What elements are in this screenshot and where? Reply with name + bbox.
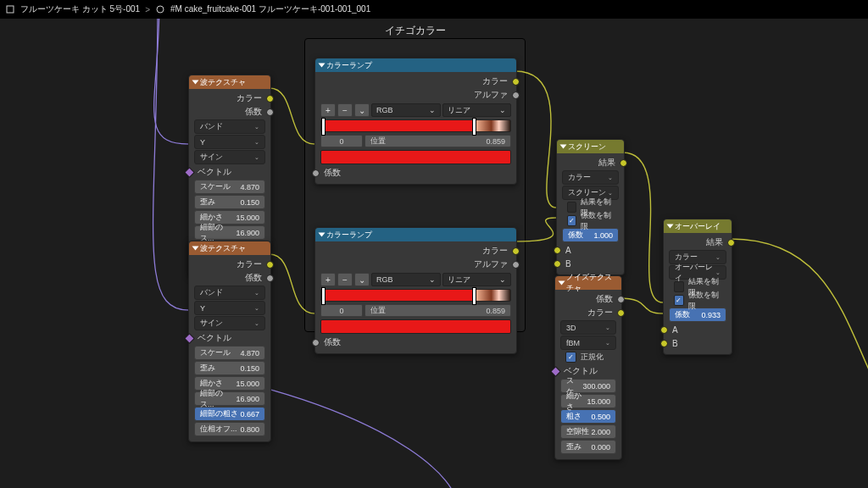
node-color-ramp-1[interactable]: カラーランプ カラー アルファ + − ⌄ RGB⌄ リニア⌄ 0: [314, 58, 517, 185]
wave-distortion[interactable]: 歪み0.150: [194, 361, 265, 375]
crumb-object[interactable]: フルーツケーキ カット 5号-001: [20, 3, 140, 15]
noise-lacunarity[interactable]: 空隙性2.000: [560, 424, 616, 439]
socket-out-color[interactable]: [617, 309, 625, 317]
wave-phase[interactable]: 位相オフ...0.800: [194, 422, 265, 436]
ramp-position[interactable]: 位置0.859: [364, 135, 511, 147]
frame-label: イチゴカラー: [385, 24, 446, 38]
ramp-remove-btn[interactable]: −: [337, 273, 353, 286]
node-mix-overlay[interactable]: オーバーレイ 結果 カラー⌄ オーバーレイ⌄ 結果を制限 ✓係数を制限 係数0.…: [663, 219, 732, 355]
mix-type-select[interactable]: カラー⌄: [562, 170, 619, 185]
collapse-icon[interactable]: [192, 247, 199, 251]
ramp-stop[interactable]: [472, 118, 476, 136]
node-noise-texture[interactable]: ノイズテクスチャ 係数 カラー 3D⌄ fBM⌄ ✓正規化 ベクトル スケ...…: [554, 275, 622, 460]
ramp-stop[interactable]: [472, 287, 476, 305]
noise-detail[interactable]: 細かさ15.000: [560, 394, 616, 408]
collapse-icon[interactable]: [667, 225, 674, 229]
node-header[interactable]: オーバーレイ: [664, 219, 732, 233]
node-color-ramp-2[interactable]: カラーランプ カラー アルファ + − ⌄ RGB⌄ リニア⌄ 0: [314, 227, 517, 354]
collapse-icon[interactable]: [319, 64, 326, 68]
wave-distortion[interactable]: 歪み0.150: [194, 195, 265, 209]
clamp-factor-check[interactable]: ✓係数を制限: [562, 214, 619, 227]
ramp-add-btn[interactable]: +: [320, 273, 336, 286]
node-header[interactable]: カラーランプ: [315, 228, 516, 241]
socket-out-factor[interactable]: [266, 108, 274, 116]
in-b-label: B: [672, 339, 678, 348]
socket-out-color[interactable]: [512, 247, 520, 255]
noise-normalize-check[interactable]: ✓正規化: [560, 351, 616, 363]
collapse-icon[interactable]: [559, 281, 565, 286]
collapse-icon[interactable]: [319, 233, 326, 237]
node-editor-canvas[interactable]: イチゴカラー 波テクスチャ カラー 係数 バンド⌄ Y⌄ サイン⌄ ベクトル ス…: [0, 0, 868, 488]
socket-out-color[interactable]: [266, 95, 274, 103]
wave-profile-select[interactable]: サイン⌄: [194, 316, 265, 330]
node-header[interactable]: スクリーン: [557, 140, 624, 153]
collapse-icon[interactable]: [192, 80, 199, 85]
ramp-remove-btn[interactable]: −: [337, 103, 353, 117]
wave-band-select[interactable]: バンド⌄: [194, 286, 265, 300]
socket-in-factor[interactable]: [312, 169, 320, 177]
ramp-index[interactable]: 0: [320, 304, 363, 317]
ramp-menu-btn[interactable]: ⌄: [354, 273, 370, 286]
ramp-mode-select[interactable]: RGB⌄: [371, 103, 441, 117]
noise-type-select[interactable]: fBM⌄: [560, 336, 616, 350]
node-header[interactable]: カラーランプ: [315, 58, 516, 72]
socket-in-factor[interactable]: [312, 339, 320, 347]
socket-vector[interactable]: [184, 167, 195, 178]
socket-b[interactable]: [554, 260, 561, 268]
wave-profile-select[interactable]: サイン⌄: [194, 150, 265, 164]
noise-distortion[interactable]: 歪み0.000: [560, 440, 616, 454]
crumb-material[interactable]: #M cake_fruitcake-001 フルーツケーキ-001-001_00…: [170, 3, 370, 15]
noise-dim-select[interactable]: 3D⌄: [560, 320, 616, 335]
ramp-stop[interactable]: [321, 118, 326, 136]
out-color-label: カラー: [587, 307, 613, 319]
ramp-add-btn[interactable]: +: [320, 103, 336, 117]
chevron-down-icon: ⌄: [715, 269, 721, 276]
clamp-factor-check[interactable]: ✓係数を制限: [669, 294, 726, 307]
socket-out-factor[interactable]: [266, 274, 274, 282]
socket-a[interactable]: [554, 247, 561, 254]
checkbox-icon: [567, 202, 576, 213]
color-ramp-gradient[interactable]: [320, 289, 511, 302]
wave-band-select[interactable]: バンド⌄: [194, 119, 265, 134]
wave-dir-select[interactable]: Y⌄: [194, 301, 265, 315]
socket-b[interactable]: [660, 340, 668, 347]
node-mix-screen[interactable]: スクリーン 結果 カラー⌄ スクリーン⌄ 結果を制限 ✓係数を制限 係数1.00…: [556, 139, 625, 275]
wave-scale[interactable]: スケール4.870: [194, 346, 265, 360]
ramp-color-swatch[interactable]: [320, 319, 511, 334]
node-header[interactable]: 波テクスチャ: [189, 241, 270, 255]
socket-out-result[interactable]: [727, 239, 735, 247]
wave-detail-scale[interactable]: 細部のス...16.900: [194, 391, 265, 406]
ramp-interp-select[interactable]: リニア⌄: [442, 103, 512, 117]
node-title: カラーランプ: [326, 230, 372, 241]
color-ramp-gradient[interactable]: [320, 119, 511, 132]
ramp-index[interactable]: 0: [320, 135, 363, 147]
socket-out-alpha[interactable]: [512, 92, 520, 99]
svg-point-1: [157, 6, 164, 13]
socket-vector[interactable]: [184, 333, 195, 344]
socket-out-factor[interactable]: [617, 296, 625, 303]
wave-detail-rough[interactable]: 細部の粗さ0.667: [194, 407, 265, 421]
node-header[interactable]: 波テクスチャ: [189, 75, 270, 89]
collapse-icon[interactable]: [560, 145, 567, 149]
ramp-position[interactable]: 位置0.859: [364, 304, 511, 317]
socket-vector[interactable]: [550, 366, 561, 377]
ramp-stop[interactable]: [321, 287, 326, 305]
node-header[interactable]: ノイズテクスチャ: [555, 276, 621, 290]
socket-out-color[interactable]: [266, 261, 274, 269]
node-wave-texture-2[interactable]: 波テクスチャ カラー 係数 バンド⌄ Y⌄ サイン⌄ ベクトル スケール4.87…: [188, 241, 271, 442]
ramp-menu-btn[interactable]: ⌄: [354, 103, 370, 117]
socket-out-color[interactable]: [512, 78, 520, 86]
ramp-mode-select[interactable]: RGB⌄: [371, 273, 441, 286]
ramp-color-swatch[interactable]: [320, 150, 511, 164]
socket-out-alpha[interactable]: [512, 261, 520, 269]
wave-dir-select[interactable]: Y⌄: [194, 135, 265, 149]
wave-detail-scale[interactable]: 細部のス...16.900: [194, 225, 265, 240]
wave-scale[interactable]: スケール4.870: [194, 180, 265, 194]
noise-roughness[interactable]: 粗さ0.500: [560, 409, 616, 424]
chevron-down-icon: ⌄: [605, 324, 610, 331]
chevron-down-icon: ⌄: [605, 340, 610, 347]
chevron-down-icon: ⌄: [715, 254, 721, 261]
socket-a[interactable]: [660, 326, 668, 334]
ramp-interp-select[interactable]: リニア⌄: [442, 273, 512, 286]
socket-out-result[interactable]: [620, 159, 627, 167]
